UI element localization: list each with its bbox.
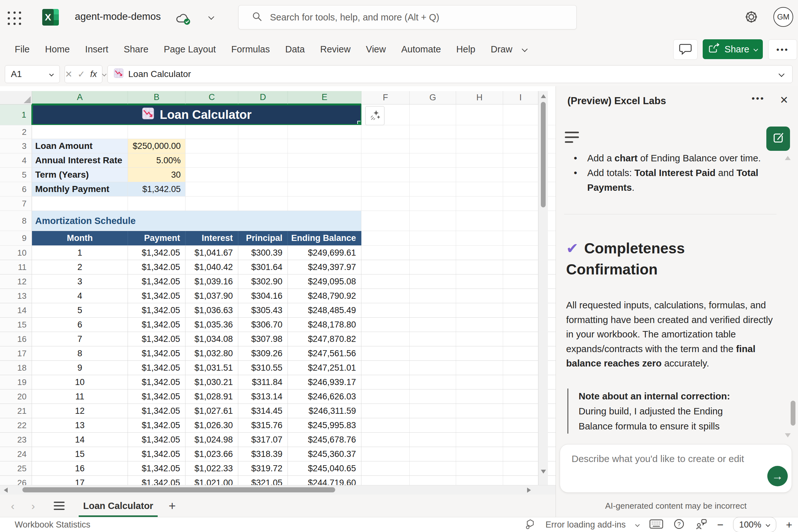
table-cell[interactable]: $317.07 [238, 433, 288, 447]
cell[interactable] [503, 125, 538, 139]
cell[interactable] [238, 168, 288, 182]
param-label[interactable]: Loan Amount [32, 139, 128, 153]
row-header-18[interactable]: 18 [0, 361, 32, 375]
row-header-8[interactable]: 8 [0, 211, 32, 231]
param-value[interactable]: 30 [128, 168, 185, 182]
table-cell[interactable]: $305.43 [238, 303, 288, 317]
cell[interactable] [410, 289, 456, 303]
table-cell[interactable]: $1,026.30 [185, 418, 238, 432]
row-header-2[interactable]: 2 [0, 125, 32, 139]
column-header-I[interactable]: I [503, 91, 538, 104]
cell[interactable] [503, 168, 538, 182]
account-avatar[interactable]: GM [773, 7, 793, 27]
scroll-up-arrow-icon[interactable] [541, 94, 546, 98]
cell[interactable] [456, 139, 503, 153]
cell[interactable] [503, 246, 538, 260]
table-cell[interactable]: $1,032.80 [185, 346, 238, 360]
cell[interactable] [410, 182, 456, 196]
cell[interactable] [503, 289, 538, 303]
cell[interactable] [503, 390, 538, 403]
menu-data[interactable]: Data [278, 36, 312, 63]
cell[interactable] [456, 231, 503, 245]
table-cell[interactable]: $247,561.56 [288, 346, 361, 360]
cell[interactable] [361, 125, 410, 139]
cell[interactable] [288, 196, 361, 211]
horizontal-scroll-thumb[interactable] [22, 487, 335, 492]
row-header-23[interactable]: 23 [0, 433, 32, 447]
cell[interactable] [456, 461, 503, 475]
column-header-D[interactable]: D [238, 91, 288, 104]
table-cell[interactable]: 13 [32, 418, 128, 432]
name-box[interactable]: A1 [5, 65, 60, 83]
row-header-19[interactable]: 19 [0, 375, 32, 389]
cell[interactable] [410, 168, 456, 182]
cell[interactable] [456, 104, 503, 125]
menu-overflow-chevron-icon[interactable] [522, 46, 528, 52]
cell[interactable] [456, 153, 503, 167]
cell[interactable] [503, 404, 538, 418]
table-header-ending-balance[interactable]: Ending Balance [288, 231, 361, 245]
param-label[interactable]: Monthly Payment [32, 182, 128, 196]
cell[interactable] [410, 104, 456, 125]
table-cell[interactable]: $1,040.42 [185, 260, 238, 274]
cell[interactable] [288, 139, 361, 153]
select-all-corner[interactable] [0, 91, 32, 104]
panel-more-button[interactable]: ••• [751, 93, 765, 103]
sync-error-icon[interactable] [525, 518, 536, 531]
cell[interactable] [503, 346, 538, 360]
table-cell[interactable]: $248,790.92 [288, 289, 361, 303]
table-header-payment[interactable]: Payment [128, 231, 185, 245]
cell[interactable] [456, 303, 503, 317]
column-header-A[interactable]: A [32, 91, 128, 104]
table-cell[interactable]: 3 [32, 274, 128, 288]
help-icon[interactable]: ? [673, 518, 685, 531]
menu-view[interactable]: View [358, 36, 394, 63]
table-cell[interactable]: $1,022.33 [185, 461, 238, 475]
table-cell[interactable]: 12 [32, 404, 128, 418]
cell[interactable] [185, 125, 238, 139]
cell[interactable] [410, 231, 456, 245]
cell[interactable] [185, 139, 238, 153]
cell[interactable] [410, 361, 456, 375]
cell[interactable] [456, 211, 503, 231]
table-cell[interactable]: $313.14 [238, 390, 288, 403]
cell[interactable] [361, 375, 410, 389]
new-chat-button[interactable] [766, 127, 790, 151]
cell[interactable] [456, 125, 503, 139]
scroll-down-arrow-icon[interactable] [541, 470, 546, 474]
cell[interactable] [361, 211, 410, 231]
row-header-25[interactable]: 25 [0, 461, 32, 475]
table-cell[interactable]: $1,342.05 [128, 375, 185, 389]
section-label[interactable]: Amortization Schedule [32, 211, 361, 231]
next-sheet-arrow-icon[interactable]: › [31, 500, 41, 512]
workbook-statistics-button[interactable]: Workbook Statistics [15, 520, 91, 530]
table-cell[interactable]: $1,342.05 [128, 274, 185, 288]
table-cell[interactable]: $307.98 [238, 332, 288, 346]
cell[interactable] [361, 346, 410, 360]
table-cell[interactable]: $246,939.17 [288, 375, 361, 389]
menu-automate[interactable]: Automate [394, 36, 449, 63]
cell[interactable] [410, 260, 456, 274]
column-header-B[interactable]: B [128, 91, 185, 104]
cell[interactable] [456, 274, 503, 288]
cell[interactable] [361, 231, 410, 245]
cell[interactable] [410, 274, 456, 288]
cell[interactable] [410, 303, 456, 317]
table-cell[interactable]: 5 [32, 303, 128, 317]
menu-home[interactable]: Home [37, 36, 77, 63]
cell[interactable] [503, 104, 538, 125]
cell[interactable] [410, 332, 456, 346]
all-sheets-menu-icon[interactable] [54, 502, 65, 510]
row-header-7[interactable]: 7 [0, 196, 32, 211]
table-cell[interactable]: $310.55 [238, 361, 288, 375]
table-cell[interactable]: 7 [32, 332, 128, 346]
cell[interactable] [456, 182, 503, 196]
cell[interactable] [361, 303, 410, 317]
table-cell[interactable]: $245,360.37 [288, 447, 361, 461]
row-header-5[interactable]: 5 [0, 168, 32, 182]
cell[interactable] [456, 168, 503, 182]
cell[interactable] [361, 196, 410, 211]
cell[interactable] [128, 125, 185, 139]
panel-close-icon[interactable]: ✕ [780, 94, 788, 106]
horizontal-scrollbar[interactable] [0, 485, 556, 495]
